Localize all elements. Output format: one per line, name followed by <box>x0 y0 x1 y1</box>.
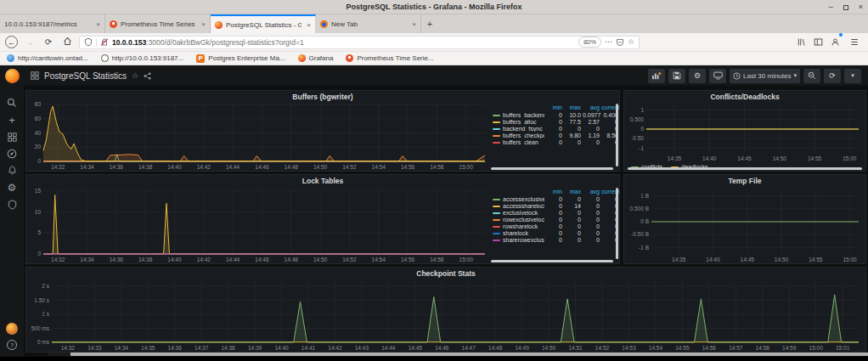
time-range-picker[interactable]: Last 30 minutes ▾ <box>730 69 800 83</box>
svg-text:1 B: 1 B <box>640 193 649 199</box>
refresh-button[interactable]: ⟳ <box>824 69 841 83</box>
horizontal-scrollbar[interactable] <box>491 167 613 170</box>
panel-title[interactable]: Lock Tables <box>26 175 619 186</box>
help-icon[interactable]: ? <box>7 340 17 350</box>
tab-grafana-active[interactable]: PostgreSQL Statistics - G × <box>211 14 316 33</box>
legend-row[interactable]: buffers_clean0000 <box>492 138 619 145</box>
svg-text:14:47: 14:47 <box>462 345 476 351</box>
svg-text:14:36: 14:36 <box>168 345 183 351</box>
minimize-button[interactable]: – <box>829 3 833 11</box>
dashboard-settings-button[interactable]: ⚙ <box>689 69 706 83</box>
grafana-logo-icon[interactable] <box>5 69 20 83</box>
share-icon[interactable] <box>144 72 151 80</box>
dashboards-icon[interactable] <box>6 129 18 144</box>
create-icon[interactable]: + <box>6 112 18 127</box>
panel-title[interactable]: Temp File <box>624 175 865 186</box>
horizontal-scrollbar[interactable] <box>628 167 862 170</box>
add-panel-button[interactable] <box>648 69 665 83</box>
time-range-label: Last 30 minutes <box>743 72 791 80</box>
legend-row[interactable]: rowexclusivelock0000 <box>492 216 619 223</box>
navigation-toolbar: ← → ⟳ 10.0.0.153:3000/d/0akrbBwGk/postgr… <box>0 33 868 52</box>
panel-temp-file: Temp File 14:3514:4014:4514:5014:5515:00… <box>623 174 866 264</box>
url-bar[interactable]: 10.0.0.153:3000/d/0akrbBwGk/postgresql-s… <box>79 36 640 49</box>
svg-text:14:46: 14:46 <box>435 345 449 351</box>
tab-metrics[interactable]: 10.0.0.153:9187/metrics × <box>0 14 105 33</box>
home-button[interactable] <box>60 37 74 48</box>
tab-new-tab[interactable]: New Tab × <box>316 14 421 33</box>
back-button[interactable]: ← <box>5 36 18 48</box>
bookmark-postgres[interactable]: P Postgres Enterprise Ma... <box>196 54 285 63</box>
server-admin-shield-icon[interactable] <box>6 197 18 212</box>
legend-row[interactable]: accesssharelock01400 <box>492 202 619 209</box>
checkpoint-stats-chart[interactable]: 14:3214:3314:3414:3514:3614:3714:3814:39… <box>26 279 865 352</box>
svg-text:0.500: 0.500 <box>630 116 645 122</box>
page-scrollbar-thumb[interactable] <box>70 353 868 356</box>
close-button[interactable]: × <box>859 3 863 11</box>
buffers-bgwriter-legend[interactable]: minmaxavgcurrentbuffers_backend010.00.09… <box>488 102 619 171</box>
url-text[interactable]: 10.0.0.153:3000/d/0akrbBwGk/postgresql-s… <box>112 38 575 47</box>
legend-row[interactable]: buffers_checkpoint09.801.198.50 <box>492 132 619 138</box>
insecure-lock-icon[interactable] <box>100 37 109 47</box>
account-icon[interactable] <box>831 35 840 50</box>
legend-row[interactable]: sharerowexclusivelock0000 <box>492 236 619 243</box>
tab-close-icon[interactable]: × <box>94 20 100 28</box>
new-tab-button[interactable]: + <box>421 14 438 33</box>
save-dashboard-button[interactable] <box>668 69 685 83</box>
svg-text:14:51: 14:51 <box>568 345 583 351</box>
horizontal-scrollbar[interactable] <box>491 260 613 262</box>
vertical-scrollbar[interactable] <box>616 104 618 166</box>
bookmark-canttowin[interactable]: http://canttowin.ontad... <box>7 54 88 62</box>
svg-text:15:00: 15:00 <box>843 257 857 262</box>
shield-icon[interactable] <box>84 37 93 47</box>
panel-title[interactable]: Buffers (bgwriter) <box>26 91 619 102</box>
legend-row[interactable]: exclusivelock0000 <box>492 209 619 216</box>
library-icon[interactable] <box>797 37 806 47</box>
svg-text:14:48: 14:48 <box>285 164 299 170</box>
lock-tables-chart[interactable]: 14:3214:3414:3614:3814:4014:4214:4414:46… <box>26 186 488 263</box>
conflicts-deadlocks-chart[interactable]: 14:3514:4014:4514:5014:5515:0010.5000-0.… <box>624 102 865 162</box>
bookmark-metrics[interactable]: http://10.0.0.153:9187... <box>101 54 184 62</box>
tab-close-icon[interactable]: × <box>200 20 206 28</box>
legend-row[interactable]: accessexclusivelock0000 <box>492 195 619 202</box>
firefox-window: PostgreSQL Statistics - Grafana - Mozill… <box>0 0 868 361</box>
svg-text:14:55: 14:55 <box>675 345 690 351</box>
tab-close-icon[interactable]: × <box>305 21 311 29</box>
bookmark-prometheus[interactable]: Prometheus Time Serie... <box>346 54 433 62</box>
postgres-icon: P <box>196 54 205 63</box>
panel-title[interactable]: Checkpoint Stats <box>26 268 865 279</box>
legend-row[interactable]: rowsharelock0000 <box>492 223 619 229</box>
tab-close-icon[interactable]: × <box>410 20 416 28</box>
legend-row[interactable]: buffers_alloc077.52.570 <box>492 118 619 125</box>
star-dashboard-icon[interactable]: ☆ <box>132 71 138 80</box>
panel-title[interactable]: Conflicts/Deadlocks <box>624 91 865 102</box>
tab-prometheus[interactable]: Prometheus Time Series × <box>105 14 211 33</box>
explore-compass-icon[interactable] <box>6 146 18 161</box>
zoom-out-time-button[interactable] <box>803 69 820 83</box>
search-icon[interactable] <box>6 95 18 110</box>
reload-button[interactable]: ⟳ <box>42 38 55 47</box>
page-actions-icon[interactable]: ⋯ <box>605 38 612 46</box>
svg-text:14:46: 14:46 <box>255 164 269 170</box>
menu-icon[interactable]: ☰ <box>848 38 861 47</box>
user-avatar[interactable] <box>6 323 18 335</box>
zoom-level-badge[interactable]: 80% <box>578 37 601 48</box>
bookmark-star-icon[interactable]: ☆ <box>628 38 634 46</box>
legend-row[interactable]: backend_fsync0000 <box>492 125 619 132</box>
configuration-gear-icon[interactable]: ⚙ <box>6 180 18 195</box>
buffers-bgwriter-chart[interactable]: 14:3214:3414:3614:3814:4014:4214:4414:46… <box>26 102 488 171</box>
lock-tables-legend[interactable]: minmaxavgcurrentaccessexclusivelock0000a… <box>488 186 619 263</box>
svg-text:14:52: 14:52 <box>342 257 357 262</box>
legend-row[interactable]: buffers_backend010.00.09770.400 <box>492 111 619 118</box>
temp-file-chart[interactable]: 14:3514:4014:4514:5014:5515:001 B0.500 B… <box>624 186 865 263</box>
refresh-interval-dropdown[interactable]: ▾ <box>844 69 861 83</box>
bookmark-grafana[interactable]: Grafana <box>298 54 334 62</box>
sidebar-toggle-icon[interactable] <box>814 37 823 47</box>
pocket-icon[interactable] <box>616 38 624 47</box>
vertical-scrollbar[interactable] <box>616 188 618 259</box>
maximize-button[interactable] <box>843 5 848 10</box>
alerting-bell-icon[interactable] <box>6 163 18 178</box>
dashboard-title[interactable]: PostgreSQL Statistics <box>44 71 127 81</box>
cycle-view-button[interactable] <box>709 69 726 83</box>
forward-button[interactable]: → <box>23 38 37 47</box>
legend-row[interactable]: sharelock0000 <box>492 229 619 236</box>
